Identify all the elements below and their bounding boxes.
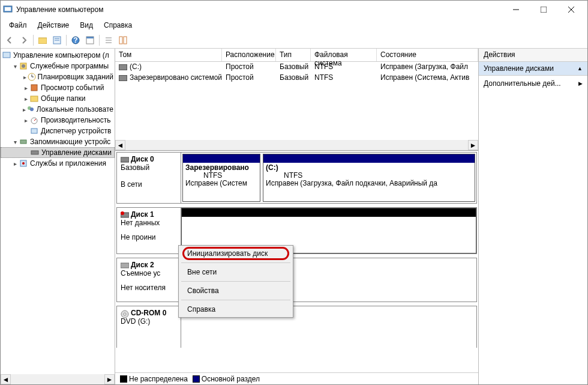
back-icon[interactable] [3,34,16,47]
disk-error-icon [121,211,129,219]
ctx-properties[interactable]: Свойства [179,283,293,299]
cdrom-icon [121,310,129,317]
svg-rect-18 [124,37,127,44]
tree-storage[interactable]: ▾Запоминающие устройс [1,136,115,147]
tree-event-viewer[interactable]: ▸Просмотр событий [1,82,115,93]
collapse-icon: ▲ [577,65,583,71]
forward-icon[interactable] [17,34,31,47]
col-header-layout[interactable]: Расположение [222,49,276,61]
disk-graphical-view: Диск 0 Базовый В сети Зарезервировано NT… [115,151,478,372]
menu-help[interactable]: Справка [99,20,137,31]
legend-swatch-unallocated [120,375,127,383]
svg-rect-3 [541,7,547,13]
svg-rect-1 [5,7,11,11]
actions-pane: Действия Управление дисками▲ Дополнитель… [479,49,587,384]
col-header-status[interactable]: Состояние [377,49,478,61]
window-titlebar: Управление компьютером [1,1,587,19]
svg-text:?: ? [73,36,77,44]
svg-rect-13 [86,37,94,38]
svg-rect-6 [38,38,47,44]
drive-icon [119,64,127,70]
tree-services[interactable]: ▸Службы и приложения [1,158,115,169]
svg-rect-39 [121,263,129,268]
svg-point-28 [30,108,34,111]
legend-swatch-primary [193,375,200,383]
disk-row-0[interactable]: Диск 0 Базовый В сети Зарезервировано NT… [116,152,477,204]
volume-row[interactable]: Зарезервировано системой Простой Базовый… [115,73,478,83]
tree-system-tools[interactable]: ▾Служебные программы [1,61,115,71]
help-icon[interactable]: ? [69,34,82,47]
disk-row-2[interactable]: Диск 2 Съемное ус Нет носителя [116,258,477,302]
removable-disk-icon [121,262,129,269]
tree-device-manager[interactable]: Диспетчер устройств [1,126,115,136]
tree-shared-folders[interactable]: ▸Общие папки [1,93,115,104]
actions-selected-node[interactable]: Управление дисками▲ [479,62,587,76]
svg-rect-36 [121,157,129,162]
tree-pane: Управление компьютером (л ▾Служебные про… [1,49,115,384]
actions-more-actions[interactable]: Дополнительные дей...▶ [479,76,587,91]
list-icon[interactable] [102,34,115,47]
tree-disk-management[interactable]: Управление дисками [1,147,115,158]
minimize-button[interactable] [502,1,530,19]
tree-performance[interactable]: ▸Производительность [1,115,115,126]
disk-row-1[interactable]: Диск 1 Нет данных Не проини [116,207,477,254]
menu-file[interactable]: Файл [4,20,32,31]
toolbar: ? [1,32,587,49]
ctx-help[interactable]: Справка [179,302,293,317]
volume-h-scrollbar[interactable]: ◄► [115,140,478,150]
maximize-button[interactable] [530,1,557,19]
menubar: Файл Действие Вид Справка [1,19,587,32]
detail-icon[interactable] [116,34,130,47]
menu-action[interactable]: Действие [33,20,74,31]
tree-local-users[interactable]: ▸Локальные пользовате [1,104,115,115]
content-pane: Том Расположение Тип Файловая система Со… [115,49,479,384]
svg-rect-25 [31,85,37,91]
ctx-offline[interactable]: Вне сети [179,264,293,280]
svg-point-41 [124,313,126,315]
legend: Не распределена Основной раздел [115,372,478,384]
actions-header: Действия [479,49,587,62]
volume-list: Том Расположение Тип Файловая система Со… [115,49,478,151]
partition-c[interactable]: (C:) NTFS Исправен (Загрузка, Файл подка… [263,154,475,202]
svg-rect-19 [3,52,10,58]
col-header-volume[interactable]: Том [115,49,222,61]
disk-icon [121,156,129,163]
tree-root[interactable]: Управление компьютером (л [1,50,115,61]
chevron-right-icon: ▶ [578,80,583,86]
svg-rect-26 [31,96,38,102]
close-button[interactable] [557,1,585,19]
svg-rect-32 [20,140,26,144]
context-menu: Инициализировать диск Вне сети Свойства … [178,245,293,318]
disk-row-cdrom[interactable]: CD-ROM 0 DVD (G:) [116,306,477,348]
volume-row[interactable]: (C:) Простой Базовый NTFS Исправен (Загр… [115,62,478,73]
refresh-icon[interactable] [83,34,97,47]
app-icon [3,5,13,14]
window-title: Управление компьютером [16,5,502,14]
ctx-initialize-disk[interactable]: Инициализировать диск [179,246,293,261]
drive-icon [119,75,127,81]
svg-rect-33 [31,151,38,154]
menu-view[interactable]: Вид [75,20,98,31]
partition-reserved[interactable]: Зарезервировано NTFS Исправен (Систем [182,154,260,202]
tree-task-scheduler[interactable]: ▸Планировщик заданий [1,71,115,82]
svg-point-38 [121,211,124,215]
col-header-type[interactable]: Тип [276,49,311,61]
svg-rect-31 [31,129,37,133]
folder-icon[interactable] [36,34,49,47]
properties-icon[interactable] [50,34,64,47]
svg-point-35 [22,162,25,165]
svg-point-21 [22,64,25,68]
tree-h-scrollbar[interactable]: ◄► [1,374,115,384]
svg-rect-17 [119,37,122,44]
col-header-filesystem[interactable]: Файловая система [311,49,377,61]
